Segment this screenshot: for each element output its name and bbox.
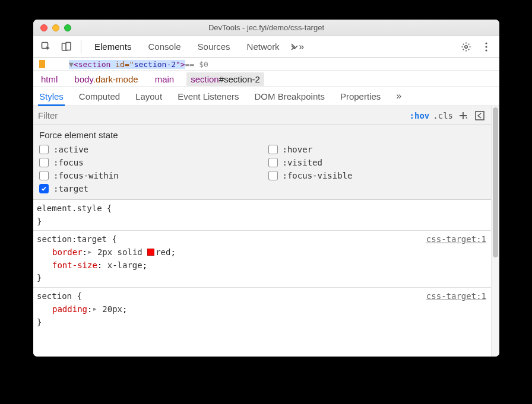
svg-point-3 <box>465 45 467 47</box>
checkbox-target[interactable]: :target <box>39 184 256 193</box>
svg-rect-7 <box>476 112 484 120</box>
rule-source-link[interactable]: css-target:1 <box>426 290 486 303</box>
prop-font-size[interactable]: font-size: x-large; <box>37 259 487 272</box>
prop-border[interactable]: border:▸ 2px solid red; <box>37 246 487 259</box>
checkbox-focus-visible[interactable]: :focus-visible <box>268 171 486 180</box>
rule-element-style[interactable]: element.style { } <box>33 200 491 231</box>
styles-tabs: Styles Computed Layout Event Listeners D… <box>33 87 499 106</box>
drag-indicator <box>39 60 45 68</box>
close-window-button[interactable] <box>40 24 48 31</box>
scrollbar-thumb[interactable] <box>493 107 498 257</box>
titlebar: DevTools - jec.fyi/demo/css-target <box>33 20 499 36</box>
kebab-menu-icon[interactable] <box>478 39 495 55</box>
checkbox-focus[interactable]: :focus <box>39 158 256 167</box>
tab-dom-breakpoints[interactable]: DOM Breakpoints <box>254 87 326 106</box>
crumb-html[interactable]: html <box>37 72 62 86</box>
checkbox-visited[interactable]: :visited <box>268 158 486 167</box>
tab-properties[interactable]: Properties <box>339 87 382 106</box>
styles-filter-input[interactable] <box>33 106 405 125</box>
tab-computed[interactable]: Computed <box>78 87 121 106</box>
crumb-main[interactable]: main <box>151 72 179 86</box>
tab-sources[interactable]: Sources <box>191 36 238 58</box>
main-toolbar: Elements Console Sources Network » <box>33 36 499 58</box>
inspect-element-icon[interactable] <box>38 39 55 55</box>
checkbox-active[interactable]: :active <box>39 145 256 154</box>
zoom-window-button[interactable] <box>64 24 71 31</box>
computed-styles-toggle-icon[interactable] <box>473 109 486 122</box>
tab-network[interactable]: Network <box>240 36 287 58</box>
checkbox-focus-within[interactable]: :focus-within <box>39 171 256 180</box>
devtools-window: DevTools - jec.fyi/demo/css-target Eleme… <box>33 20 499 357</box>
tab-elements[interactable]: Elements <box>87 36 139 58</box>
tab-layout[interactable]: Layout <box>134 87 163 106</box>
minimize-window-button[interactable] <box>52 24 59 31</box>
svg-point-6 <box>485 49 487 51</box>
color-swatch-icon[interactable] <box>147 249 154 256</box>
tab-event-listeners[interactable]: Event Listeners <box>176 87 240 106</box>
crumb-section[interactable]: section#section-2 <box>186 72 264 86</box>
window-title: DevTools - jec.fyi/demo/css-target <box>33 23 499 32</box>
divider <box>81 40 81 53</box>
force-state-title: Force element state <box>39 130 485 140</box>
new-style-rule-button[interactable] <box>457 109 470 122</box>
toggle-hov-button[interactable]: :hov <box>410 111 430 120</box>
breadcrumbs: html body.dark-mode main section#section… <box>33 71 499 87</box>
tab-styles[interactable]: Styles <box>38 87 65 106</box>
svg-rect-2 <box>66 42 71 50</box>
style-rules: element.style { } css-target:1 section:t… <box>33 200 491 331</box>
toggle-cls-button[interactable]: .cls <box>433 111 453 120</box>
more-side-tabs-icon[interactable]: » <box>395 87 403 106</box>
force-element-state-panel: Force element state :active :hover :focu… <box>33 125 491 200</box>
more-tabs-chevron-icon[interactable]: » <box>289 39 306 55</box>
svg-point-4 <box>485 42 487 44</box>
styles-panel: :hov .cls Force element state :active :h… <box>33 106 499 357</box>
checkbox-hover[interactable]: :hover <box>268 145 486 154</box>
tab-console[interactable]: Console <box>141 36 188 58</box>
window-controls <box>33 24 71 31</box>
rule-section-target[interactable]: css-target:1 section:target { border:▸ 2… <box>33 231 491 288</box>
vertical-scrollbar[interactable] <box>491 106 499 357</box>
settings-gear-icon[interactable] <box>458 39 474 55</box>
rule-source-link[interactable]: css-target:1 <box>426 233 486 246</box>
crumb-body[interactable]: body.dark-mode <box>70 72 142 86</box>
svg-point-5 <box>485 46 487 47</box>
prop-padding[interactable]: padding:▸ 20px; <box>37 303 487 316</box>
dom-tree-row[interactable]: ▼<section id="section-2"> == $0 <box>33 58 499 71</box>
main-tabs: Elements Console Sources Network » <box>87 36 306 58</box>
device-toolbar-icon[interactable] <box>58 39 75 55</box>
styles-filter-row: :hov .cls <box>33 106 491 125</box>
rule-section[interactable]: css-target:1 section { padding:▸ 20px; } <box>33 288 491 331</box>
